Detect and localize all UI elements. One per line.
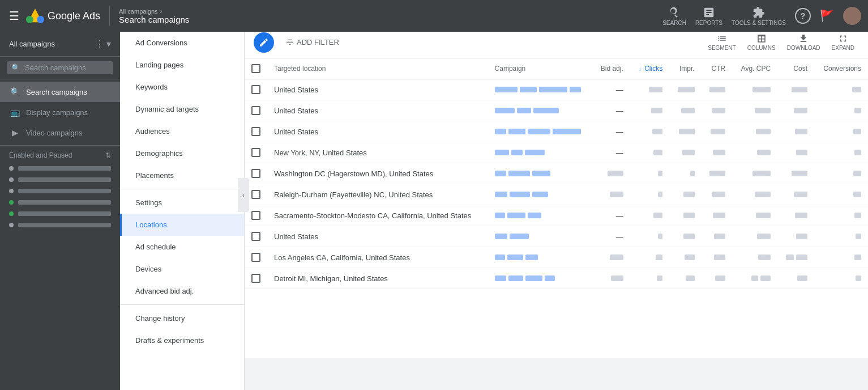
conv-cell bbox=[814, 142, 868, 163]
ctr-cell bbox=[702, 205, 732, 226]
campaign-list bbox=[0, 163, 120, 231]
hamburger-menu-icon[interactable]: ☰ bbox=[7, 7, 22, 25]
campaign-blur bbox=[495, 87, 518, 92]
cost-blur bbox=[786, 255, 794, 260]
campaign-blur bbox=[545, 275, 555, 281]
sidebar-status-sort-icon[interactable]: ⇅ bbox=[105, 151, 111, 159]
row-checkbox[interactable] bbox=[251, 274, 260, 283]
header-impr[interactable]: Impr. bbox=[669, 58, 702, 79]
sidebar-item-video-campaigns[interactable]: ▶ Video campaigns bbox=[0, 122, 120, 143]
display-campaigns-icon: 📺 bbox=[9, 107, 20, 118]
ctr-cell bbox=[702, 163, 732, 184]
sidebar-item-placements[interactable]: Placements bbox=[120, 164, 244, 186]
sidebar-item-demographics[interactable]: Demographics bbox=[120, 142, 244, 164]
campaign-blur-row bbox=[495, 87, 585, 92]
header-avg-cpc-label: Avg. CPC bbox=[741, 65, 771, 73]
ctr-blur bbox=[712, 108, 725, 113]
list-item[interactable] bbox=[0, 174, 120, 185]
list-item[interactable] bbox=[0, 219, 120, 231]
campaign-blur bbox=[517, 108, 531, 113]
row-checkbox[interactable] bbox=[251, 127, 260, 136]
sidebar-item-locations[interactable]: Locations bbox=[120, 214, 244, 236]
columns-button[interactable]: COLUMNS bbox=[743, 31, 780, 53]
row-checkbox[interactable] bbox=[251, 106, 260, 115]
location-cell: United States bbox=[267, 79, 488, 100]
tools-nav-btn[interactable]: TOOLS & SETTINGS bbox=[732, 6, 786, 26]
location-cell: Raleigh-Durham (Fayetteville) NC, United… bbox=[267, 184, 488, 205]
sidebar-dropdown-icon[interactable]: ▾ bbox=[106, 39, 111, 49]
header-bid-adj-label: Bid adj. bbox=[601, 65, 623, 73]
row-checkbox[interactable] bbox=[251, 232, 260, 241]
download-button[interactable]: DOWNLOAD bbox=[783, 31, 825, 53]
sidebar-item-dynamic-ad-targets[interactable]: Dynamic ad targets bbox=[120, 98, 244, 120]
sidebar-item-devices[interactable]: Devices bbox=[120, 258, 244, 280]
sidebar-item-display-campaigns[interactable]: 📺 Display campaigns bbox=[0, 102, 120, 122]
location-cell: Detroit MI, Michigan, United States bbox=[267, 268, 488, 289]
sidebar-item-keywords[interactable]: Keywords bbox=[120, 76, 244, 98]
user-avatar[interactable] bbox=[843, 7, 861, 25]
row-checkbox[interactable] bbox=[251, 148, 260, 157]
flag-icon[interactable]: 🚩 bbox=[820, 9, 834, 23]
bid-adj-cell: — bbox=[592, 100, 630, 121]
impr-cell bbox=[669, 142, 702, 163]
row-checkbox[interactable] bbox=[251, 190, 260, 199]
ctr-cell bbox=[702, 100, 732, 121]
list-item[interactable] bbox=[0, 163, 120, 174]
header-ctr[interactable]: CTR bbox=[702, 58, 732, 79]
reports-nav-btn[interactable]: REPORTS bbox=[695, 6, 722, 26]
impr-cell bbox=[669, 121, 702, 142]
header-avg-cpc[interactable]: Avg. CPC bbox=[732, 58, 777, 79]
sidebar-item-landing-pages[interactable]: Landing pages bbox=[120, 54, 244, 76]
header-checkbox-cell bbox=[245, 58, 267, 79]
location-text: Washington DC (Hagerstown MD), United St… bbox=[274, 169, 433, 178]
locations-table: Targeted location Campaign Bid adj. ↓ Cl… bbox=[245, 58, 868, 289]
select-all-checkbox[interactable] bbox=[251, 64, 260, 73]
table-row: Sacramento-Stockton-Modesto CA, Californ… bbox=[245, 205, 868, 226]
ctr-blur bbox=[715, 275, 725, 281]
list-item[interactable] bbox=[0, 197, 120, 208]
list-item[interactable] bbox=[0, 185, 120, 197]
sidebar-item-ad-schedule[interactable]: Ad schedule bbox=[120, 236, 244, 258]
expand-icon bbox=[838, 33, 848, 44]
cost-blur bbox=[796, 234, 807, 239]
segment-button[interactable]: SEGMENT bbox=[703, 31, 740, 53]
sidebar-item-ad-conversions[interactable]: Ad Conversions bbox=[120, 32, 244, 54]
filter-button[interactable]: ADD FILTER bbox=[279, 35, 346, 50]
impr-blur bbox=[683, 234, 695, 239]
ctr-blur bbox=[713, 150, 725, 155]
avg-cpc-cell bbox=[732, 247, 777, 268]
row-checkbox[interactable] bbox=[251, 169, 260, 178]
row-checkbox[interactable] bbox=[251, 253, 260, 262]
row-checkbox[interactable] bbox=[251, 85, 260, 94]
left-sidebar: All campaigns ⋮ ▾ 🔍 🔍 Search campaigns 📺… bbox=[0, 32, 120, 358]
row-checkbox[interactable] bbox=[251, 211, 260, 220]
clicks-blur bbox=[658, 192, 662, 197]
sidebar-item-settings[interactable]: Settings bbox=[120, 192, 244, 214]
sidebar-item-audiences[interactable]: Audiences bbox=[120, 120, 244, 142]
sidebar-search-input[interactable] bbox=[25, 63, 109, 72]
header-cost[interactable]: Cost bbox=[777, 58, 814, 79]
sidebar-item-advanced-bid[interactable]: Advanced bid adj. bbox=[120, 280, 244, 302]
campaign-blur bbox=[520, 87, 537, 92]
avg-cpc-cell bbox=[732, 268, 777, 289]
header-clicks[interactable]: ↓ Clicks bbox=[630, 58, 669, 79]
ctr-blur bbox=[714, 255, 725, 260]
sidebar-collapse-button[interactable]: ‹ bbox=[238, 178, 249, 212]
sidebar-item-search-campaigns[interactable]: 🔍 Search campaigns bbox=[0, 82, 120, 102]
sidebar-item-change-history[interactable]: Change history bbox=[120, 307, 244, 329]
help-button[interactable]: ? bbox=[795, 8, 811, 24]
header-conversions[interactable]: Conversions bbox=[814, 58, 868, 79]
search-nav-btn[interactable]: SEARCH bbox=[662, 6, 686, 26]
campaign-blur bbox=[495, 192, 507, 197]
location-cell: Washington DC (Hagerstown MD), United St… bbox=[267, 163, 488, 184]
avg-cpc-blur bbox=[751, 275, 758, 281]
list-item[interactable] bbox=[0, 208, 120, 219]
sidebar-item-drafts[interactable]: Drafts & experiments bbox=[120, 329, 244, 351]
sidebar-more-icon[interactable]: ⋮ bbox=[95, 39, 104, 49]
toolbar-right: SEGMENT COLUMNS DOWNLOAD EXPAND bbox=[703, 31, 859, 53]
edit-button[interactable] bbox=[254, 32, 274, 53]
campaign-blur bbox=[525, 150, 545, 155]
breadcrumb-parent[interactable]: All campaigns bbox=[119, 8, 157, 15]
expand-button[interactable]: EXPAND bbox=[827, 31, 859, 53]
segment-icon bbox=[717, 33, 727, 44]
